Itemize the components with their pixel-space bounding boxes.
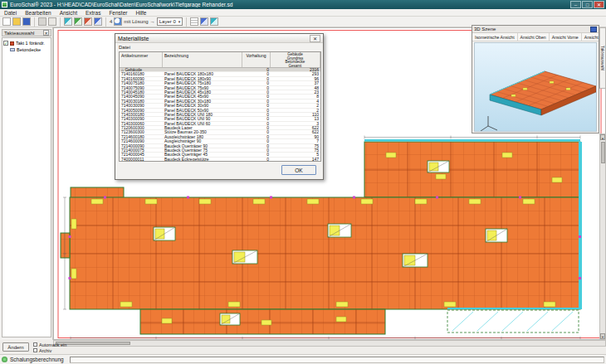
cell-artikelnummer: 7140045090 (120, 95, 163, 98)
summary-label: ⌂ Gebäude (120, 68, 163, 71)
archive-checkbox-row[interactable]: Archiv (33, 347, 83, 353)
zoom-icon[interactable] (114, 17, 122, 26)
cell-artikelnummer: 7140160180 (120, 72, 163, 75)
ok-button[interactable]: OK (281, 165, 316, 175)
panel-close-icon[interactable]: ✕ (43, 30, 49, 36)
view-button-ansicht-oben[interactable]: Ansicht Oben (518, 33, 550, 41)
checkbox-checked-icon[interactable]: ✓ (3, 41, 8, 46)
cell-bezeichnung: Panel BAUDECK 180x90 (163, 77, 242, 80)
viewer-canvas[interactable] (474, 42, 597, 132)
cell-vorhaltung: 0 (242, 148, 271, 152)
cell-gesamt: 75 (271, 144, 320, 148)
table-row[interactable]: 7400000011Baudeck Eckregelstütze0147 (120, 158, 320, 162)
material-table: Artikelnummer Bezeichnung Vorhaltung Geb… (119, 51, 321, 162)
view-3d-icon[interactable] (200, 17, 208, 26)
formwork-mode-icon[interactable] (64, 17, 72, 26)
archive-checkbox[interactable] (33, 348, 37, 352)
minimize-button-icon[interactable]: – (570, 1, 581, 8)
tree-item-takt[interactable]: ✓Takt 1 förändr. (3, 40, 50, 46)
col-gebaeude-group[interactable]: Gebäude Grundriss Betondecke Gesamt (271, 52, 320, 67)
new-file-icon[interactable] (2, 17, 11, 26)
takt-icon (10, 41, 14, 46)
cell-gesamt: 293 (271, 72, 320, 75)
table-header: Artikelnummer Bezeichnung Vorhaltung Geb… (120, 52, 320, 68)
cell-vorhaltung: 0 (242, 117, 271, 120)
cut-icon[interactable] (48, 17, 56, 26)
side-tab-takteauswahl[interactable]: Takteauswahl (599, 27, 606, 89)
dialog-title: Materialliste (118, 36, 149, 41)
menu-hilfe[interactable]: Hilfe (131, 9, 150, 17)
chevron-down-icon: ▾ (178, 19, 181, 24)
view-button-ansicht-vorne[interactable]: Ansicht Vorne (550, 33, 582, 41)
cell-vorhaltung: 0 (242, 104, 271, 107)
col-bezeichnung[interactable]: Bezeichnung (163, 52, 242, 67)
menu-datei[interactable]: Datei (0, 9, 21, 17)
application-window: EuroSchal® 2023 - H:\HEAD\CAD\EuroSchal\… (0, 0, 606, 364)
open-file-icon[interactable] (12, 17, 21, 26)
vertical-scrollbar[interactable]: ▲ ▼ (599, 133, 606, 340)
summary-bezeichnung (163, 68, 242, 71)
wall-mode-icon[interactable] (84, 17, 92, 26)
menu-bearbeiten[interactable]: Bearbeiten (21, 9, 55, 17)
cell-artikelnummer: 7214000045 (120, 153, 163, 156)
print-icon[interactable] (38, 17, 46, 26)
menu-fenster[interactable]: Fenster (105, 9, 131, 17)
col-artikelnummer[interactable]: Artikelnummer (120, 52, 163, 67)
cell-vorhaltung: 0 (242, 72, 271, 75)
layer-select[interactable]: Layer 0 ▾ (157, 17, 183, 26)
automatic-checkbox-row[interactable]: Automatik ein (33, 342, 83, 347)
summary-vorhaltung: 0 (242, 68, 271, 71)
arrow-right-icon[interactable]: → (150, 19, 155, 24)
menu-extras[interactable]: Extras (81, 9, 105, 17)
cell-artikelnummer: 7140300060 (120, 122, 163, 125)
scroll-up-icon[interactable]: ▲ (600, 134, 605, 140)
cell-artikelnummer: 7140030090 (120, 104, 163, 107)
cell-bezeichnung: Panel BAUDECK 50x90 (163, 109, 242, 112)
dialog-close-icon[interactable]: ✕ (310, 35, 320, 42)
slab-mode-icon[interactable] (74, 17, 82, 26)
material-list-dialog: Materialliste ✕ Datei Artikelnummer Beze… (115, 33, 324, 180)
dialog-menu-datei[interactable]: Datei (119, 45, 130, 50)
viewer-header[interactable]: 3D Szene (472, 26, 599, 33)
cell-vorhaltung: 0 (242, 95, 271, 98)
viewer-pin-icon[interactable] (590, 27, 597, 32)
scrollbar-thumb[interactable] (601, 142, 605, 163)
save-icon[interactable] (22, 17, 31, 26)
cell-gesamt: 13 (271, 117, 320, 120)
scroll-down-icon[interactable]: ▼ (600, 333, 605, 339)
cell-bezeichnung: Baudeck Querträger 90 (163, 144, 242, 148)
material-list-icon[interactable] (210, 17, 218, 26)
cell-bezeichnung: Panel BAUDECK UNI 90 (163, 117, 242, 120)
cell-gesamt: 622 (271, 130, 320, 133)
col-vorhaltung[interactable]: Vorhaltung (242, 52, 271, 67)
cell-gesamt: 3 (271, 122, 320, 125)
cell-vorhaltung: 0 (242, 77, 271, 80)
menu-ansicht[interactable]: Ansicht (56, 9, 81, 17)
maximize-button-icon[interactable]: □ (582, 1, 593, 8)
cell-bezeichnung: Panel BAUDECK 180x180 (163, 72, 242, 75)
viewer-title: 3D Szene (474, 27, 496, 32)
viewer-3d-panel: 3D Szene Isometrische AnsichtAnsicht Obe… (472, 25, 599, 133)
cycle-mode-icon[interactable] (94, 17, 102, 26)
close-button-icon[interactable]: ✕ (594, 1, 604, 8)
status-icon (2, 357, 7, 362)
tree-item-decke[interactable]: Betondecke (3, 46, 50, 53)
cell-gesamt: 48 (271, 86, 320, 90)
horizontal-scrollbar[interactable] (53, 340, 606, 347)
automatic-checkbox[interactable] (33, 342, 37, 347)
status-field (70, 357, 604, 363)
panel-title: Takteauswahl (4, 31, 34, 36)
view-button-isometrische-ansicht[interactable]: Isometrische Ansicht (472, 33, 518, 41)
solution-label: mit Lösung (124, 19, 148, 24)
change-button[interactable]: Ändern (2, 342, 29, 352)
cell-gesamt: 622 (271, 126, 320, 129)
dialog-title-bar[interactable]: Materialliste ✕ (115, 34, 323, 43)
panel-header: Takteauswahl ✕ (2, 29, 51, 36)
layer-select-value: Layer 0 (159, 19, 176, 24)
cell-bezeichnung: Panel BAUDECK 45x180 (163, 90, 242, 94)
cell-vorhaltung: 0 (242, 139, 271, 143)
cell-bezeichnung: Ausgleichsträger 90 (163, 139, 242, 143)
cell-artikelnummer: 7123600300 (120, 130, 163, 133)
toolbar-separator (105, 17, 106, 27)
grid-toggle-icon[interactable] (190, 17, 198, 26)
